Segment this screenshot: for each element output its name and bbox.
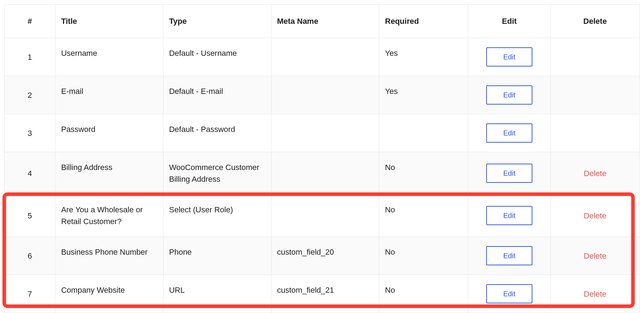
cell-type: Select (User Role)	[163, 195, 271, 237]
cell-edit: Edit	[468, 152, 551, 195]
cell-meta	[271, 76, 379, 114]
col-header-edit: Edit	[468, 5, 551, 38]
col-header-type: Type	[163, 5, 271, 38]
fields-table: # Title Type Meta Name Required Edit Del…	[4, 4, 640, 313]
cell-number: 3	[5, 114, 55, 152]
col-header-title: Title	[55, 5, 163, 38]
cell-edit: Edit	[468, 195, 551, 237]
cell-number: 2	[5, 76, 55, 114]
cell-delete: Delete	[551, 152, 639, 195]
table-row: 1UsernameDefault - UsernameYesEdit	[5, 38, 640, 76]
cell-edit: Edit	[468, 114, 551, 152]
edit-button[interactable]: Edit	[486, 246, 532, 265]
edit-button[interactable]: Edit	[486, 284, 532, 303]
table-header-row: # Title Type Meta Name Required Edit Del…	[5, 5, 640, 38]
edit-button[interactable]: Edit	[486, 206, 532, 225]
cell-title: Username	[55, 38, 163, 76]
cell-edit: Edit	[468, 275, 551, 313]
table-row: 6Business Phone NumberPhonecustom_field_…	[5, 237, 640, 275]
edit-button[interactable]: Edit	[486, 85, 532, 105]
cell-type: Default - Password	[163, 114, 271, 152]
edit-button[interactable]: Edit	[486, 164, 532, 183]
delete-link[interactable]: Delete	[584, 211, 607, 220]
cell-number: 5	[5, 195, 55, 237]
cell-required: No	[379, 195, 468, 237]
delete-link[interactable]: Delete	[584, 169, 607, 178]
cell-meta	[271, 38, 379, 76]
cell-meta: custom_field_20	[271, 237, 379, 275]
cell-required: No	[379, 237, 468, 275]
cell-delete: Delete	[551, 237, 639, 275]
cell-type: WooCommerce Customer Billing Address	[163, 152, 271, 195]
cell-edit: Edit	[468, 38, 551, 76]
col-header-delete: Delete	[551, 5, 639, 38]
cell-type: Default - E-mail	[163, 76, 271, 114]
cell-title: Billing Address	[55, 152, 163, 195]
cell-required: No	[379, 152, 468, 195]
col-header-number: #	[5, 5, 55, 38]
cell-delete	[551, 114, 639, 152]
cell-type: Default - Username	[163, 38, 271, 76]
cell-title: Company Website	[55, 275, 163, 313]
col-header-meta: Meta Name	[271, 5, 379, 38]
cell-meta: custom_field_21	[271, 275, 379, 313]
delete-link[interactable]: Delete	[584, 251, 607, 260]
cell-delete	[551, 38, 639, 76]
cell-delete	[551, 76, 639, 114]
cell-title: E-mail	[55, 76, 163, 114]
cell-meta	[271, 114, 379, 152]
cell-required: No	[379, 275, 468, 313]
cell-type: URL	[163, 275, 271, 313]
table-row: 2E-mailDefault - E-mailYesEdit	[5, 76, 640, 114]
cell-number: 1	[5, 38, 55, 76]
cell-number: 7	[5, 275, 55, 313]
cell-required: Yes	[379, 76, 468, 114]
cell-meta	[271, 195, 379, 237]
cell-required	[379, 114, 468, 152]
cell-title: Are You a Wholesale or Retail Customer?	[55, 195, 163, 237]
table-row: 4Billing AddressWooCommerce Customer Bil…	[5, 152, 640, 195]
edit-button[interactable]: Edit	[486, 47, 532, 67]
edit-button[interactable]: Edit	[486, 123, 532, 143]
cell-number: 4	[5, 152, 55, 195]
cell-edit: Edit	[468, 237, 551, 275]
table-row: 7Company WebsiteURLcustom_field_21NoEdit…	[5, 275, 640, 313]
table-row: 5Are You a Wholesale or Retail Customer?…	[5, 195, 640, 237]
cell-delete: Delete	[551, 195, 639, 237]
cell-meta	[271, 152, 379, 195]
cell-number: 6	[5, 237, 55, 275]
table-row: 3PasswordDefault - PasswordEdit	[5, 114, 640, 152]
cell-delete: Delete	[551, 275, 639, 313]
cell-type: Phone	[163, 237, 271, 275]
cell-edit: Edit	[468, 76, 551, 114]
cell-title: Business Phone Number	[55, 237, 163, 275]
delete-link[interactable]: Delete	[584, 290, 607, 298]
cell-title: Password	[55, 114, 163, 152]
cell-required: Yes	[379, 38, 468, 76]
col-header-required: Required	[379, 5, 468, 38]
